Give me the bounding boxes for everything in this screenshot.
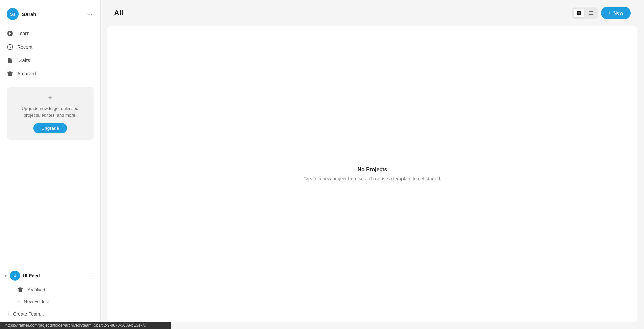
- new-button[interactable]: + New: [601, 7, 631, 19]
- team-header[interactable]: ▼ U UI Feed ···: [0, 267, 100, 284]
- list-icon: [588, 10, 594, 16]
- team-more-button[interactable]: ···: [87, 271, 95, 281]
- user-more-button[interactable]: ···: [86, 9, 94, 19]
- upgrade-button[interactable]: Upgrade: [33, 123, 67, 133]
- svg-rect-8: [19, 288, 22, 292]
- clock-icon: [7, 44, 13, 50]
- new-button-label: New: [613, 10, 623, 16]
- grid-view-button[interactable]: [574, 9, 584, 17]
- status-url: https://framer.com/projects/folder/archi…: [5, 323, 147, 328]
- svg-rect-13: [577, 13, 579, 15]
- create-team-label: Create Team...: [13, 311, 44, 317]
- team-avatar: U: [10, 271, 20, 281]
- svg-rect-14: [579, 13, 581, 15]
- svg-line-4: [10, 47, 11, 48]
- team-name: UI Feed: [23, 273, 40, 278]
- new-folder-label: New Folder...: [24, 299, 51, 304]
- plus-icon-new: +: [608, 10, 611, 16]
- projects-area: No Projects Create a new project from sc…: [107, 26, 637, 322]
- sidebar-item-label-learn: Learn: [17, 31, 30, 36]
- team-section: ▼ U UI Feed ··· Archived + New Folder...…: [0, 265, 100, 324]
- create-team-item[interactable]: + Create Team...: [0, 307, 100, 321]
- sidebar-item-recent[interactable]: Recent: [0, 40, 100, 54]
- team-header-left: ▼ U UI Feed: [4, 271, 40, 281]
- sidebar-item-label-recent: Recent: [17, 44, 32, 50]
- chevron-down-icon: ▼: [4, 274, 7, 278]
- sidebar-item-drafts[interactable]: Drafts: [0, 54, 100, 67]
- list-view-button[interactable]: [586, 9, 596, 17]
- user-profile[interactable]: SJ Sarah: [7, 8, 36, 20]
- svg-rect-7: [9, 71, 11, 72]
- sidebar-item-label-archived: Archived: [17, 71, 36, 76]
- main-content: All: [101, 0, 644, 329]
- svg-rect-17: [589, 14, 593, 15]
- trash-icon-team: [17, 287, 23, 293]
- svg-rect-16: [589, 13, 593, 13]
- nav-section: Learn Recent Drafts: [0, 25, 100, 82]
- sparkle-icon: ✦: [47, 94, 53, 102]
- sidebar-item-label-drafts: Drafts: [17, 58, 30, 63]
- main-header: All: [101, 0, 644, 26]
- sidebar-item-archived[interactable]: Archived: [0, 67, 100, 80]
- header-actions: + New: [572, 7, 631, 19]
- new-folder-item[interactable]: + New Folder...: [0, 295, 100, 307]
- plus-icon-team: +: [7, 311, 10, 317]
- svg-rect-12: [579, 11, 581, 13]
- grid-icon: [576, 10, 582, 16]
- view-toggle: [572, 7, 598, 19]
- page-title: All: [114, 9, 123, 17]
- no-projects-title: No Projects: [358, 167, 387, 173]
- plus-icon-folder: +: [17, 298, 20, 304]
- svg-rect-11: [577, 11, 579, 13]
- sidebar: SJ Sarah ··· Learn R: [0, 0, 101, 329]
- upgrade-card: ✦ Upgrade now to get unlimited projects,…: [7, 87, 94, 140]
- sidebar-item-learn[interactable]: Learn: [0, 27, 100, 40]
- svg-rect-10: [19, 288, 21, 289]
- upgrade-text: Upgrade now to get unlimited projects, e…: [13, 105, 87, 118]
- file-icon: [7, 57, 13, 64]
- team-archived-label: Archived: [28, 287, 45, 292]
- svg-rect-15: [589, 11, 593, 12]
- no-projects-subtitle: Create a new project from scratch or use…: [303, 175, 441, 182]
- user-name: Sarah: [22, 11, 36, 17]
- play-circle-icon: [7, 30, 13, 37]
- sidebar-header: SJ Sarah ···: [0, 5, 100, 25]
- status-bar: https://framer.com/projects/folder/archi…: [0, 322, 171, 329]
- svg-rect-5: [8, 72, 12, 76]
- trash-icon: [7, 70, 13, 77]
- team-sidebar-item-archived[interactable]: Archived: [0, 284, 100, 295]
- avatar: SJ: [7, 8, 19, 20]
